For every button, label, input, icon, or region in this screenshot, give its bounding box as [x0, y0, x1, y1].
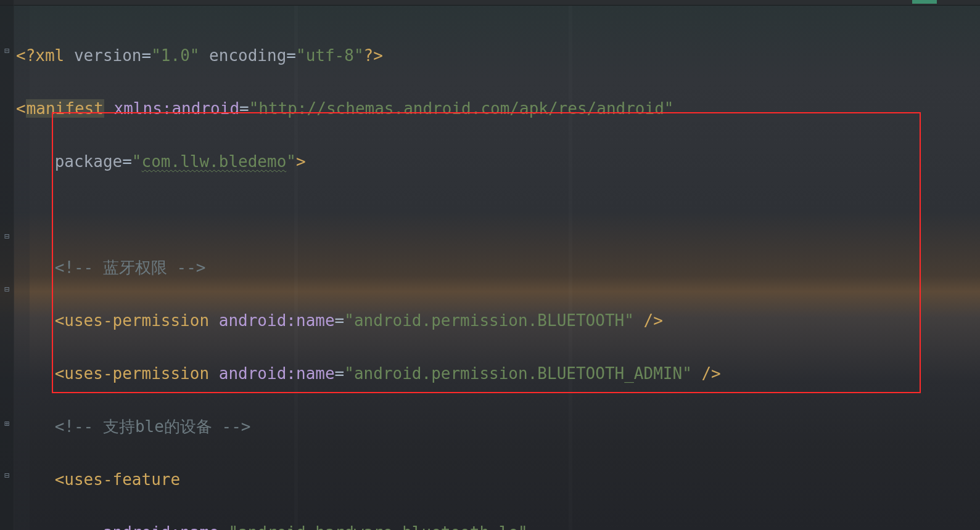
- code-line[interactable]: [16, 202, 788, 228]
- fold-minus-icon[interactable]: ⊟: [2, 46, 11, 55]
- attr-android: android: [209, 311, 286, 330]
- attr-encoding: encoding: [199, 46, 286, 65]
- val-encoding: "utf-8": [296, 46, 364, 65]
- tag-open: <: [16, 99, 26, 118]
- val-ble: "android.hardware.bluetooth_le": [228, 523, 527, 530]
- attr-xmlns: xmlns:android: [104, 99, 239, 118]
- val-package-text: com.llw.bledemo: [142, 152, 287, 171]
- manifest-tag: manifest: [26, 99, 104, 118]
- code-line[interactable]: <manifest xmlns:android="http://schemas.…: [16, 96, 788, 122]
- comment-bluetooth: <!-- 蓝牙权限 -->: [55, 258, 206, 277]
- uses-feature-tag: uses-feature: [64, 470, 180, 489]
- val-version: "1.0": [151, 46, 199, 65]
- equals: =: [286, 46, 296, 65]
- val-package-open: ": [132, 152, 142, 171]
- code-line[interactable]: <?xml version="1.0" encoding="utf-8"?>: [16, 43, 788, 69]
- code-area[interactable]: <?xml version="1.0" encoding="utf-8"?> <…: [16, 16, 788, 530]
- xml-tag: xml: [35, 46, 64, 65]
- equals: =: [142, 46, 152, 65]
- code-line[interactable]: android:name="android.hardware.bluetooth…: [16, 520, 788, 530]
- uses-permission-tag: uses-permission: [64, 311, 209, 330]
- attr-android: android: [209, 364, 286, 383]
- code-line[interactable]: <uses-feature: [16, 467, 788, 493]
- tab-accent: [912, 0, 937, 4]
- attr-name: :name: [286, 311, 334, 330]
- code-line[interactable]: <!-- 支持ble的设备 -->: [16, 414, 788, 440]
- code-line[interactable]: <!-- 蓝牙权限 -->: [16, 255, 788, 281]
- fold-minus-icon[interactable]: ⊟: [2, 232, 11, 240]
- equals: =: [239, 99, 249, 118]
- fold-plus-icon[interactable]: ⊞: [2, 419, 11, 428]
- uses-permission-tag: uses-permission: [64, 364, 209, 383]
- self-close: />: [692, 364, 721, 383]
- equals: =: [122, 152, 132, 171]
- tag-gt: >: [296, 152, 306, 171]
- equals: =: [335, 311, 345, 330]
- comment-ble: <!-- 支持ble的设备 -->: [55, 417, 251, 436]
- equals: =: [219, 523, 229, 530]
- self-close: />: [634, 311, 663, 330]
- code-line[interactable]: <uses-permission android:name="android.p…: [16, 308, 788, 334]
- val-xmlns: "http://schemas.android.com/apk/res/andr…: [249, 99, 674, 118]
- attr-package: package: [55, 152, 123, 171]
- val-bluetooth: "android.permission.BLUETOOTH": [344, 311, 634, 330]
- gutter: ⊟ ⊟ ⊟ ⊞ ⊟: [0, 0, 14, 530]
- fold-minus-icon[interactable]: ⊟: [2, 285, 11, 293]
- equals: =: [335, 364, 345, 383]
- attr-android: android: [93, 523, 170, 530]
- tag-open: <: [55, 470, 65, 489]
- editor-top-strip: [0, 0, 980, 6]
- attr-version: version: [64, 46, 141, 65]
- xml-pi-close: ?>: [364, 46, 383, 65]
- tag-open: <: [55, 364, 65, 383]
- val-package-close: ": [286, 152, 296, 171]
- tag-open: <: [55, 311, 65, 330]
- code-line[interactable]: <uses-permission android:name="android.p…: [16, 361, 788, 387]
- attr-name: :name: [170, 523, 218, 530]
- code-editor[interactable]: ⊟ ⊟ ⊟ ⊞ ⊟ <?xml version="1.0" encoding="…: [0, 0, 980, 530]
- val-bluetooth-admin: "android.permission.BLUETOOTH_ADMIN": [344, 364, 692, 383]
- fold-minus-icon[interactable]: ⊟: [2, 471, 11, 479]
- attr-name: :name: [286, 364, 334, 383]
- code-line[interactable]: package="com.llw.bledemo">: [16, 149, 788, 175]
- xml-pi-open: <?: [16, 46, 35, 65]
